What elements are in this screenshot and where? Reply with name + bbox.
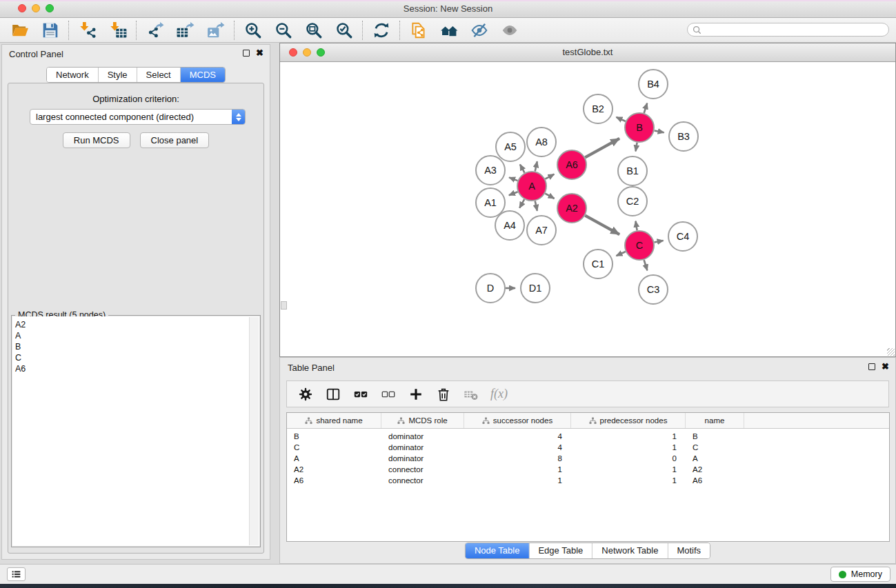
memory-button[interactable]: Memory [830, 567, 890, 582]
graph-node-C3[interactable]: C3 [639, 275, 668, 304]
table-row-A2[interactable]: A2connector11A2 [287, 464, 889, 475]
tab-network-table[interactable]: Network Table [593, 543, 668, 558]
delete-column-trash-icon[interactable] [435, 386, 451, 402]
network-window-titlebar[interactable]: testGlobe.txt [280, 43, 895, 62]
graph-edge-A-A7[interactable] [535, 201, 537, 211]
graph-node-A7[interactable]: A7 [527, 216, 556, 245]
add-column-icon[interactable] [408, 386, 424, 402]
graph-node-A4[interactable]: A4 [495, 211, 524, 240]
result-list-item[interactable]: A [12, 330, 259, 341]
canvas-resize-grip-icon[interactable] [887, 348, 895, 356]
column-header-predecessor-nodes[interactable]: predecessor nodes [571, 413, 686, 428]
graph-node-B[interactable]: B [625, 113, 654, 142]
search-input[interactable] [701, 25, 888, 34]
network-zoom-traffic-light[interactable] [317, 48, 325, 57]
delete-table-icon[interactable] [463, 386, 479, 402]
mcds-result-list[interactable]: A2ABCA6 [12, 316, 259, 546]
graph-edge-A-A5[interactable] [520, 165, 525, 173]
tab-edge-table[interactable]: Edge Table [529, 543, 593, 558]
network-close-traffic-light[interactable] [289, 48, 297, 57]
graph-edge-C-C3[interactable] [644, 260, 648, 270]
deselect-all-checks-icon[interactable] [380, 386, 396, 402]
export-network-icon[interactable] [143, 19, 167, 41]
column-header-shared-name[interactable]: shared name [287, 413, 381, 428]
graph-node-C2[interactable]: C2 [618, 187, 647, 216]
tab-motifs[interactable]: Motifs [668, 543, 710, 558]
export-table-icon[interactable] [174, 19, 197, 41]
graph-node-B4[interactable]: B4 [639, 70, 668, 99]
graph-edge-A6-B[interactable] [585, 139, 619, 158]
graph-edge-A-A2[interactable] [545, 194, 554, 199]
graph-edge-A-A6[interactable] [545, 174, 554, 179]
zoom-window-traffic-light[interactable] [46, 4, 54, 12]
minimize-window-traffic-light[interactable] [32, 4, 40, 12]
result-list-item[interactable]: A6 [12, 363, 259, 374]
close-panel-icon[interactable]: ✖ [256, 49, 263, 57]
result-list-item[interactable]: B [12, 341, 259, 352]
graph-node-D1[interactable]: D1 [521, 274, 550, 303]
graph-node-B2[interactable]: B2 [584, 94, 613, 123]
graph-node-A2[interactable]: A2 [557, 194, 586, 223]
graph-node-B3[interactable]: B3 [669, 122, 698, 151]
close-panel-button[interactable]: Close panel [140, 132, 210, 148]
graph-edge-C-C2[interactable] [636, 221, 637, 231]
column-header-successor-nodes[interactable]: successor nodes [464, 413, 571, 428]
graph-edge-B-B1[interactable] [636, 143, 637, 152]
export-image-icon[interactable] [204, 19, 228, 41]
column-header-mcds-role[interactable]: MCDS role [381, 413, 464, 428]
tab-node-table[interactable]: Node Table [466, 543, 530, 558]
save-session-icon[interactable] [39, 19, 62, 41]
graph-edge-A2-C[interactable] [585, 216, 619, 235]
zoom-out-icon[interactable] [272, 19, 295, 41]
graph-edge-A-A4[interactable] [519, 199, 524, 208]
graph-node-A5[interactable]: A5 [496, 132, 525, 161]
graph-edge-A-A3[interactable] [509, 177, 517, 181]
close-table-panel-icon[interactable]: ✖ [882, 363, 889, 371]
task-history-button[interactable] [7, 567, 26, 581]
graph-edge-B-B4[interactable] [644, 103, 648, 113]
float-table-panel-icon[interactable] [868, 363, 875, 370]
tab-network[interactable]: Network [47, 68, 99, 82]
zoom-fit-icon[interactable] [302, 19, 326, 41]
table-row-C[interactable]: Cdominator41C [287, 442, 889, 453]
import-table-icon[interactable] [106, 19, 130, 41]
graph-node-A1[interactable]: A1 [476, 188, 505, 217]
graph-node-B1[interactable]: B1 [618, 156, 647, 185]
network-canvas[interactable]: B4B2BB3A8A5A6A3B1AC2A1A2A4A7C4CC1C3DD1 [280, 62, 895, 356]
column-header-name[interactable]: name [686, 413, 744, 428]
graph-node-A6[interactable]: A6 [557, 150, 586, 179]
table-row-A6[interactable]: A6connector11A6 [287, 475, 889, 486]
graph-node-C1[interactable]: C1 [584, 250, 613, 278]
graph-node-A8[interactable]: A8 [527, 128, 556, 156]
canvas-side-gripper[interactable] [281, 301, 287, 310]
table-row-B[interactable]: Bdominator41B [287, 431, 889, 442]
float-panel-icon[interactable] [243, 50, 250, 57]
graph-edge-B-B2[interactable] [616, 117, 626, 121]
zoom-in-icon[interactable] [241, 19, 265, 41]
graph-node-C4[interactable]: C4 [668, 222, 697, 251]
result-list-item[interactable]: A2 [12, 319, 259, 330]
result-list-item[interactable]: C [12, 352, 259, 363]
clone-network-icon[interactable] [407, 19, 430, 41]
network-minimize-traffic-light[interactable] [303, 48, 311, 57]
tab-select[interactable]: Select [137, 68, 181, 82]
table-gear-icon[interactable] [297, 386, 313, 402]
close-window-traffic-light[interactable] [18, 4, 26, 12]
graph-edge-A-A8[interactable] [535, 161, 537, 171]
graph-edge-C-C4[interactable] [655, 241, 664, 243]
graph-edge-A-A1[interactable] [509, 192, 518, 195]
search-box[interactable] [687, 23, 889, 37]
show-all-eye-icon[interactable] [498, 19, 521, 41]
import-network-icon[interactable] [76, 19, 99, 41]
graph-node-D[interactable]: D [476, 274, 505, 303]
zoom-selected-icon[interactable] [332, 19, 356, 41]
tab-mcds[interactable]: MCDS [181, 68, 225, 82]
refresh-view-icon[interactable] [370, 19, 393, 41]
result-list-scrollbar[interactable] [249, 317, 259, 545]
run-mcds-button[interactable]: Run MCDS [63, 132, 130, 148]
table-row-A[interactable]: Adominator80A [287, 453, 889, 464]
select-all-checks-icon[interactable] [352, 386, 368, 402]
graph-node-A[interactable]: A [517, 172, 546, 201]
graph-node-A3[interactable]: A3 [476, 156, 505, 185]
hide-selected-eye-icon[interactable] [468, 19, 491, 41]
